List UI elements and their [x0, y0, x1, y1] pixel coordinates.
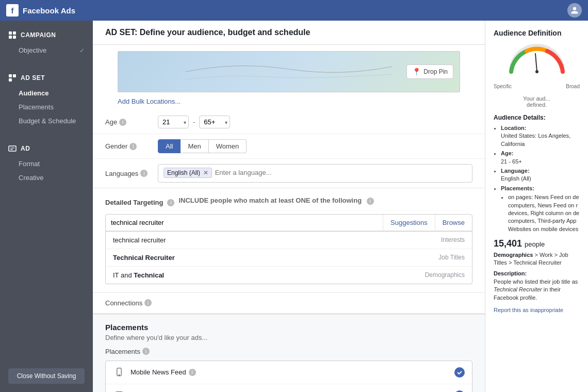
placements-detail-list: on pages: News Feed on de computers, New… — [501, 193, 580, 233]
languages-label: Languages i — [105, 170, 152, 177]
search-bar: Suggestions Browse — [105, 214, 472, 232]
svg-rect-5 — [13, 74, 16, 77]
language-tag-text: English (All) — [167, 169, 200, 176]
ad-icon — [8, 144, 17, 153]
svg-rect-2 — [9, 36, 12, 39]
sidebar-ad-section: AD Format Creative — [0, 134, 93, 191]
placement-item-mobile-news-feed: Mobile News Feed i — [106, 361, 472, 384]
result-name-1: technical recruiter — [113, 236, 166, 244]
sidebar-item-objective[interactable]: Objective ✓ — [0, 43, 93, 57]
placement-items-container: Mobile News Feed i — [105, 361, 472, 393]
user-icon — [570, 6, 579, 14]
targeting-label: Detailed Targeting — [105, 199, 163, 206]
placement-detail-1: on pages: News Feed on de computers, New… — [508, 193, 580, 233]
connections-info-icon[interactable]: i — [144, 299, 152, 306]
placement-checkbox-instagram[interactable] — [454, 390, 465, 393]
dropdown-results: technical recruiter Interests Technical … — [105, 232, 472, 284]
gauge-container — [506, 43, 568, 79]
instagram-icon — [113, 389, 125, 393]
age-info-icon[interactable]: i — [119, 119, 126, 126]
gender-all-button[interactable]: All — [158, 139, 181, 153]
placement-label: Mobile News Feed — [130, 368, 186, 376]
gender-women-button[interactable]: Women — [209, 139, 247, 153]
include-text: INCLUDE people who match at least ONE of… — [178, 197, 362, 204]
svg-point-16 — [535, 70, 538, 73]
targeting-info-icon[interactable]: i — [167, 199, 174, 206]
browse-tab[interactable]: Browse — [435, 215, 472, 231]
age-to-select[interactable]: 65+ 55 45 — [199, 116, 230, 128]
facebook-logo: f — [6, 4, 19, 17]
sidebar-item-label: Creative — [19, 174, 43, 182]
form-section: 📍 Drop Pin Add Bulk Locations... Age i 2… — [93, 45, 485, 188]
demographics-text: Demographics > Work > Job Titles > Techn… — [494, 251, 580, 267]
mobile-device-icon — [114, 367, 124, 378]
result-item-2[interactable]: Technical Recruiter Job Titles — [106, 249, 472, 267]
drop-pin-label: Drop Pin — [423, 68, 448, 75]
placement-checkbox-mobile[interactable] — [454, 367, 465, 378]
sidebar-item-label: Placements — [19, 103, 54, 111]
avatar[interactable] — [567, 3, 582, 18]
sidebar-ad-header: AD — [0, 140, 93, 157]
drop-pin-button[interactable]: 📍 Drop Pin — [406, 64, 453, 79]
audience-details: Audience Details: Location:United States… — [494, 114, 580, 233]
adset-header-title: AD SET: Define your audience, budget and… — [105, 28, 310, 37]
search-tabs-row: Suggestions Browse — [106, 215, 472, 231]
gauge-svg — [506, 43, 568, 77]
languages-info-icon[interactable]: i — [140, 170, 148, 177]
detail-age: Age:21 - 65+ — [501, 150, 580, 166]
svg-rect-4 — [9, 74, 12, 77]
targeting-search-input[interactable] — [111, 219, 378, 226]
targeting-include-text: INCLUDE people who match at least ONE of… — [178, 197, 373, 205]
sidebar-item-format[interactable]: Format — [0, 157, 93, 171]
age-label: Age i — [105, 118, 152, 126]
your-audience-text: Your aud...defined. — [494, 95, 580, 108]
main-content: AD SET: Define your audience, budget and… — [93, 21, 485, 392]
targeting-include-info-icon[interactable]: i — [367, 198, 374, 205]
adset-label: AD SET — [21, 74, 45, 81]
svg-rect-3 — [13, 36, 16, 39]
search-input-area — [106, 216, 383, 230]
suggestions-tab[interactable]: Suggestions — [383, 215, 435, 231]
map-container: 📍 Drop Pin — [118, 51, 460, 92]
placements-section: Placements Define where you'd like your … — [93, 314, 485, 393]
search-dropdown-container: Suggestions Browse technical recruiter I… — [105, 214, 472, 284]
gauge-labels: Specific Broad — [494, 84, 580, 89]
campaign-icon — [8, 31, 17, 39]
placements-info-icon[interactable]: i — [142, 348, 150, 355]
report-link[interactable]: Report this as inappropriate — [494, 307, 580, 313]
age-from-select[interactable]: 21 18 25 — [158, 116, 189, 128]
close-without-saving-button[interactable]: Close Without Saving — [8, 368, 85, 384]
placement-info-icon[interactable]: i — [189, 369, 196, 376]
people-count: 15,401 people — [494, 238, 580, 249]
adset-icon — [8, 74, 17, 82]
detail-location: Location:United States: Los Angeles, Cal… — [501, 124, 580, 148]
campaign-label: CAMPAIGN — [21, 31, 56, 39]
gender-info-icon[interactable]: i — [129, 143, 137, 150]
result-item-3[interactable]: IT and Technical Demographics — [106, 267, 472, 284]
placements-subtitle: Define where you'd like your ads... — [105, 334, 472, 341]
audience-details-title: Audience Details: — [494, 114, 580, 121]
sidebar-item-audience[interactable]: Audience — [0, 86, 93, 100]
sidebar-item-creative[interactable]: Creative — [0, 171, 93, 185]
add-bulk-locations-link[interactable]: Add Bulk Locations... — [118, 95, 460, 107]
pin-icon: 📍 — [412, 68, 421, 76]
age-row: Age i 21 18 25 - 65+ — [93, 110, 485, 134]
sidebar-item-budget[interactable]: Budget & Schedule — [0, 114, 93, 128]
targeting-section: Detailed Targeting i INCLUDE people who … — [93, 188, 485, 293]
placements-label: Placements i — [105, 348, 472, 355]
right-panel: Audience Definition Specific Broad Your … — [485, 21, 588, 392]
sidebar-item-placements[interactable]: Placements — [0, 100, 93, 114]
check-icon: ✓ — [79, 47, 85, 54]
adset-label-bold: AD SET: — [105, 28, 137, 37]
detail-language: Language:English (All) — [501, 167, 580, 183]
result-item-1[interactable]: technical recruiter Interests — [106, 232, 472, 249]
language-tag-remove[interactable]: ✕ — [203, 170, 208, 176]
age-dash: - — [193, 118, 195, 126]
language-input[interactable] — [215, 168, 287, 177]
svg-rect-1 — [13, 31, 16, 35]
gender-men-button[interactable]: Men — [181, 139, 208, 153]
map-wrapper: 📍 Drop Pin Add Bulk Locations... — [93, 45, 485, 107]
sidebar: CAMPAIGN Objective ✓ AD SET Audience Pla… — [0, 21, 93, 392]
svg-rect-7 — [9, 146, 16, 151]
language-container[interactable]: English (All) ✕ — [158, 164, 472, 183]
